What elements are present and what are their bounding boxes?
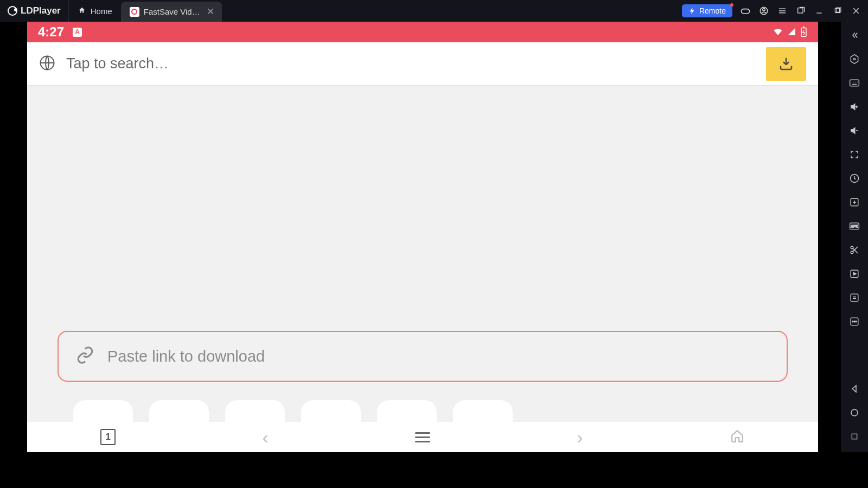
paste-link-input[interactable]: Paste link to download — [58, 331, 788, 382]
minimize-icon[interactable] — [814, 5, 825, 16]
ldplayer-logo-icon — [8, 6, 17, 16]
nav-home-button[interactable] — [730, 429, 745, 445]
app-tab-icon — [130, 7, 139, 17]
volume-up-icon[interactable] — [848, 101, 860, 113]
svg-point-15 — [851, 251, 853, 254]
remote-label: Remote — [699, 7, 726, 15]
wifi-icon — [772, 27, 784, 37]
download-tray-icon — [778, 56, 794, 72]
svg-point-8 — [853, 58, 855, 60]
svg-point-14 — [851, 246, 853, 249]
letterbox-bottom — [0, 452, 868, 488]
operation-record-icon[interactable] — [848, 292, 860, 304]
remote-button[interactable]: Remote — [682, 4, 732, 17]
keyboard-icon[interactable] — [848, 77, 860, 89]
emulator-side-toolbar: APK — [841, 22, 868, 452]
account-icon[interactable] — [758, 5, 769, 16]
close-window-icon[interactable] — [851, 5, 861, 16]
svg-rect-17 — [851, 294, 858, 301]
signal-icon — [787, 27, 797, 37]
sync-icon[interactable] — [848, 172, 860, 184]
browser-search-bar[interactable]: Tap to search… — [27, 42, 818, 86]
status-time: 4:27 — [38, 24, 64, 40]
home-icon — [78, 7, 86, 16]
browser-bottom-nav: 1 ‹ › — [27, 422, 818, 452]
tab-app-active[interactable]: FastSave Vid… ✕ — [121, 2, 222, 22]
gamepad-icon[interactable] — [740, 5, 751, 16]
maximize-icon[interactable] — [832, 5, 843, 16]
downloads-button[interactable] — [766, 47, 806, 81]
emulator-logo: LDPlayer — [0, 0, 69, 22]
svg-rect-23 — [852, 434, 857, 439]
link-icon — [76, 346, 94, 367]
collapse-rail-icon[interactable] — [848, 29, 860, 41]
tabs-count-button[interactable]: 1 — [100, 429, 116, 445]
tab-home[interactable]: Home — [69, 0, 121, 22]
record-icon[interactable] — [848, 268, 860, 280]
emulator-brand: LDPlayer — [21, 5, 61, 16]
tab-app-label: FastSave Vid… — [144, 7, 200, 16]
emulator-screen: 4:27 A Tap to search… Paste link to down… — [27, 22, 818, 452]
svg-rect-3 — [798, 8, 803, 13]
android-status-bar: 4:27 A — [27, 22, 818, 42]
volume-down-icon[interactable] — [848, 125, 860, 137]
scissors-icon[interactable] — [848, 244, 860, 256]
android-home-icon[interactable] — [848, 407, 860, 419]
multi-instance-icon[interactable] — [848, 196, 860, 208]
close-tab-button[interactable]: ✕ — [205, 6, 216, 17]
browser-content: Paste link to download — [27, 86, 818, 422]
svg-rect-0 — [742, 9, 750, 14]
settings-hex-icon[interactable] — [848, 53, 860, 65]
svg-point-21 — [856, 321, 857, 322]
tab-home-label: Home — [91, 7, 112, 16]
hamburger-icon[interactable] — [777, 5, 788, 16]
paste-placeholder: Paste link to download — [107, 348, 265, 365]
status-right-icons — [772, 27, 807, 37]
svg-point-20 — [854, 321, 855, 322]
emulator-title-bar: LDPlayer Home FastSave Vid… ✕ Remote — [0, 0, 868, 22]
svg-text:APK: APK — [851, 224, 858, 228]
svg-rect-9 — [850, 80, 859, 86]
fullscreen-icon[interactable] — [848, 149, 860, 160]
globe-icon — [39, 55, 55, 73]
svg-point-19 — [852, 321, 853, 322]
search-placeholder: Tap to search… — [66, 55, 755, 72]
title-bar-right: Remote — [682, 0, 868, 22]
svg-point-22 — [851, 409, 858, 416]
battery-icon — [800, 27, 807, 37]
more-icon[interactable] — [848, 316, 860, 328]
nav-forward-button[interactable]: › — [577, 427, 583, 448]
android-back-icon[interactable] — [848, 383, 860, 395]
bolt-icon — [688, 7, 696, 15]
nav-menu-button[interactable] — [415, 432, 430, 442]
tabs-count: 1 — [105, 432, 110, 442]
android-recents-icon[interactable] — [848, 431, 860, 442]
popout-icon[interactable] — [795, 5, 806, 16]
status-indicator: A — [73, 28, 82, 37]
nav-back-button[interactable]: ‹ — [262, 427, 268, 448]
svg-point-2 — [763, 9, 765, 11]
apk-install-icon[interactable]: APK — [848, 220, 860, 232]
